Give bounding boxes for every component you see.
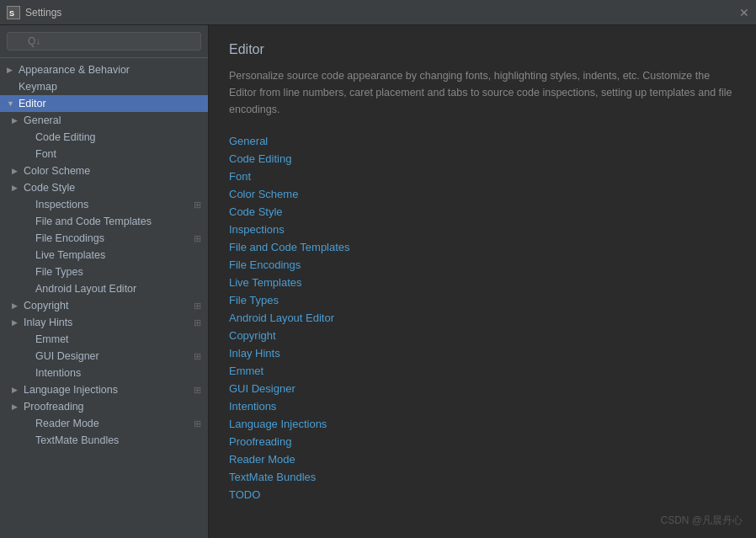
- main-container: 🔍 ▶Appearance & Behavior Keymap▼Editor▶G…: [0, 25, 756, 538]
- sidebar-item-code-editing[interactable]: Code Editing: [0, 129, 208, 146]
- sidebar-item-live-templates[interactable]: Live Templates: [0, 247, 208, 264]
- tree-arrow-keymap: [7, 83, 19, 91]
- content-link-language-injections[interactable]: Language Injections: [229, 418, 736, 430]
- tree-arrow-code-style: ▶: [12, 184, 24, 192]
- tree-arrow-live-templates: [24, 251, 35, 259]
- tree-arrow-intentions: [24, 369, 35, 377]
- tree-arrow-android-layout-editor: [24, 285, 35, 293]
- tree-arrow-gui-designer: [24, 352, 35, 360]
- content-link-android-layout-editor[interactable]: Android Layout Editor: [229, 312, 736, 324]
- sidebar-item-android-layout-editor[interactable]: Android Layout Editor: [0, 280, 208, 297]
- tree-arrow-emmet: [24, 335, 35, 344]
- content-link-proofreading[interactable]: Proofreading: [229, 435, 736, 448]
- watermark: CSDN @凡晨丹心: [660, 514, 743, 528]
- sidebar-item-label-file-types: File Types: [35, 266, 83, 278]
- content-link-file-and-code-templates[interactable]: File and Code Templates: [229, 241, 736, 253]
- content-link-textmate-bundles[interactable]: TextMate Bundles: [229, 471, 736, 483]
- tree-arrow-appearance: ▶: [7, 66, 19, 74]
- sidebar-item-textmate-bundles[interactable]: TextMate Bundles: [0, 432, 208, 449]
- sidebar-item-editor[interactable]: ▼Editor: [0, 95, 208, 112]
- search-bar: 🔍: [0, 25, 208, 58]
- tree-arrow-inspections: [24, 200, 35, 209]
- content-link-intentions[interactable]: Intentions: [229, 400, 736, 413]
- content-link-gui-designer[interactable]: GUI Designer: [229, 382, 736, 395]
- sidebar-item-intentions[interactable]: Intentions: [0, 365, 208, 381]
- content-link-file-encodings[interactable]: File Encodings: [229, 258, 736, 271]
- content-link-font[interactable]: Font: [229, 170, 736, 183]
- content-title: Editor: [229, 42, 736, 57]
- tree-arrow-general: ▶: [12, 116, 24, 125]
- sidebar-item-gui-designer[interactable]: GUI Designer⊞: [0, 348, 208, 365]
- sidebar-item-copyright[interactable]: ▶Copyright⊞: [0, 297, 208, 314]
- content-link-emmet[interactable]: Emmet: [229, 365, 736, 377]
- badge-gui-designer: ⊞: [194, 351, 201, 362]
- sidebar-item-appearance[interactable]: ▶Appearance & Behavior: [0, 61, 208, 78]
- svg-text:S: S: [9, 9, 14, 18]
- tree-arrow-proofreading: ▶: [12, 402, 24, 411]
- content-link-inspections[interactable]: Inspections: [229, 223, 736, 236]
- sidebar-item-reader-mode[interactable]: Reader Mode⊞: [0, 415, 208, 432]
- sidebar-item-emmet[interactable]: Emmet: [0, 331, 208, 348]
- tree-arrow-file-code-templates: [24, 217, 35, 226]
- badge-language-injections: ⊞: [194, 385, 201, 396]
- sidebar-item-proofreading[interactable]: ▶Proofreading: [0, 398, 208, 415]
- badge-reader-mode: ⊞: [194, 418, 201, 429]
- sidebar-item-inspections[interactable]: Inspections⊞: [0, 196, 208, 213]
- tree-arrow-language-injections: ▶: [12, 386, 24, 394]
- content-link-inlay-hints[interactable]: Inlay Hints: [229, 347, 736, 360]
- sidebar-item-file-types[interactable]: File Types: [0, 264, 208, 280]
- sidebar-item-label-language-injections: Language Injections: [24, 384, 118, 396]
- sidebar-item-label-file-code-templates: File and Code Templates: [35, 216, 152, 227]
- sidebar-item-label-file-encodings: File Encodings: [35, 232, 104, 244]
- sidebar-item-label-editor: Editor: [19, 98, 46, 109]
- sidebar-item-label-general: General: [24, 115, 61, 126]
- sidebar-item-label-inspections: Inspections: [35, 199, 88, 210]
- sidebar-item-label-gui-designer: GUI Designer: [35, 350, 99, 362]
- content-link-code-style[interactable]: Code Style: [229, 205, 736, 218]
- tree-area: ▶Appearance & Behavior Keymap▼Editor▶Gen…: [0, 58, 208, 538]
- badge-inspections: ⊞: [194, 200, 201, 210]
- sidebar-item-general[interactable]: ▶General: [0, 112, 208, 129]
- tree-arrow-file-types: [24, 268, 35, 276]
- sidebar-item-label-color-scheme: Color Scheme: [24, 165, 90, 177]
- content-link-file-types[interactable]: File Types: [229, 294, 736, 306]
- badge-file-encodings: ⊞: [194, 233, 201, 244]
- content-link-copyright[interactable]: Copyright: [229, 329, 736, 342]
- sidebar-item-file-code-templates[interactable]: File and Code Templates: [0, 213, 208, 230]
- content-link-reader-mode[interactable]: Reader Mode: [229, 453, 736, 466]
- sidebar-item-code-style[interactable]: ▶Code Style: [0, 179, 208, 196]
- sidebar-item-keymap[interactable]: Keymap: [0, 78, 208, 95]
- tree-arrow-textmate-bundles: [24, 436, 35, 445]
- sidebar-item-inlay-hints[interactable]: ▶Inlay Hints⊞: [0, 314, 208, 331]
- content-link-code-editing[interactable]: Code Editing: [229, 152, 736, 165]
- content-description: Personalize source code appearance by ch…: [229, 67, 736, 118]
- tree-arrow-font: [24, 150, 35, 158]
- sidebar-item-label-appearance: Appearance & Behavior: [19, 64, 130, 76]
- sidebar-item-label-font: Font: [35, 148, 56, 160]
- sidebar-item-font[interactable]: Font: [0, 146, 208, 162]
- sidebar-item-label-copyright: Copyright: [24, 300, 69, 312]
- app-icon: S: [7, 6, 20, 19]
- badge-inlay-hints: ⊞: [194, 317, 201, 328]
- search-input[interactable]: [7, 32, 201, 51]
- sidebar-item-color-scheme[interactable]: ▶Color Scheme: [0, 162, 208, 179]
- content-area: Editor Personalize source code appearanc…: [209, 25, 756, 538]
- sidebar: 🔍 ▶Appearance & Behavior Keymap▼Editor▶G…: [0, 25, 209, 538]
- sidebar-item-label-live-templates: Live Templates: [35, 249, 105, 261]
- content-link-live-templates[interactable]: Live Templates: [229, 276, 736, 289]
- sidebar-item-label-code-editing: Code Editing: [35, 131, 96, 143]
- sidebar-item-label-intentions: Intentions: [35, 367, 81, 379]
- sidebar-item-file-encodings[interactable]: File Encodings⊞: [0, 230, 208, 247]
- sidebar-item-label-textmate-bundles: TextMate Bundles: [35, 434, 119, 446]
- content-link-color-scheme[interactable]: Color Scheme: [229, 188, 736, 200]
- window-title: Settings: [25, 7, 61, 19]
- badge-copyright: ⊞: [194, 301, 201, 312]
- sidebar-item-language-injections[interactable]: ▶Language Injections⊞: [0, 381, 208, 398]
- sidebar-item-label-proofreading: Proofreading: [24, 401, 84, 413]
- close-button[interactable]: ✕: [739, 7, 749, 19]
- sidebar-item-label-reader-mode: Reader Mode: [35, 418, 99, 429]
- tree-arrow-inlay-hints: ▶: [12, 318, 24, 327]
- content-link-todo[interactable]: TODO: [229, 488, 736, 501]
- sidebar-item-label-emmet: Emmet: [35, 333, 69, 345]
- content-link-general[interactable]: General: [229, 135, 736, 147]
